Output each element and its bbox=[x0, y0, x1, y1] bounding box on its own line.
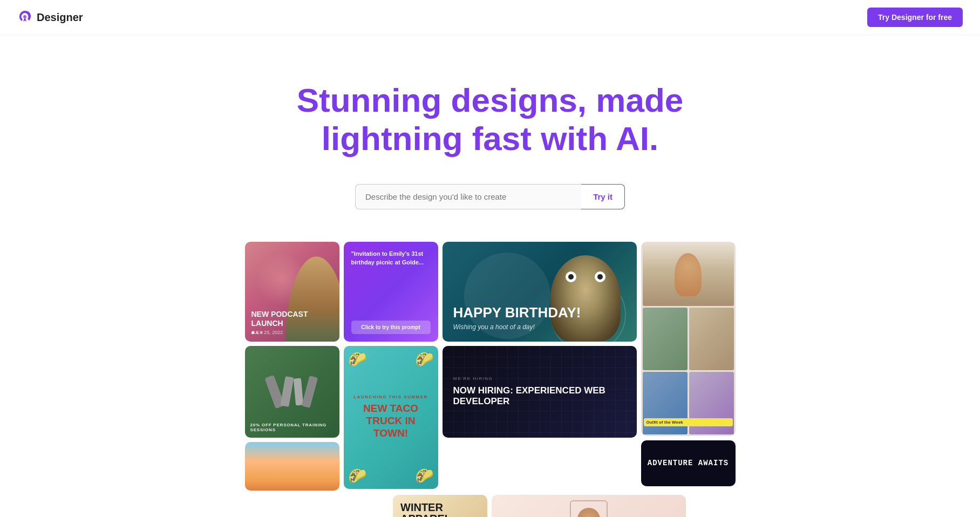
tile-invitation[interactable]: "Invitation to Emily's 31st birthday pic… bbox=[344, 242, 438, 342]
spacer-col1 bbox=[294, 495, 389, 517]
logo-area: Designer bbox=[17, 10, 83, 25]
taco-emoji-3: 🌮 bbox=[348, 467, 367, 485]
header-cta-button[interactable]: Try Designer for free bbox=[867, 8, 963, 27]
baby-frame bbox=[570, 500, 608, 517]
invitation-text: "Invitation to Emily's 31st birthday pic… bbox=[351, 249, 431, 267]
gallery-section: NEW PODCAST LAUNCH JULY 25, 2022 bbox=[0, 242, 980, 517]
tile-taco[interactable]: 🌮 🌮 🌮 🌮 LAUNCHING THIS SUMMER NEW TACO T… bbox=[344, 346, 438, 489]
search-button[interactable]: Try it bbox=[581, 184, 625, 209]
taco-emoji-4: 🌮 bbox=[415, 467, 434, 485]
collage-img-mid-right bbox=[689, 308, 734, 370]
header: Designer Try Designer for free bbox=[0, 0, 980, 35]
tile-winter[interactable]: WINTERAPPARELSALE bbox=[393, 495, 487, 517]
tile-hiring[interactable]: WE'RE HIRING NOW HIRING: EXPERIENCED WEB… bbox=[443, 346, 637, 438]
tools-text: 20% OFF PERSONAL TRAINING SESSIONS bbox=[250, 423, 334, 432]
tile-adventure[interactable]: ADVENTURE AWAITS bbox=[641, 440, 736, 486]
collage-label: Outfit of the Week bbox=[644, 418, 733, 426]
taco-title: NEW TACO TRUCK IN TOWN! bbox=[351, 403, 431, 439]
baby-head bbox=[577, 508, 600, 517]
taco-emoji-1: 🌮 bbox=[348, 350, 367, 368]
birthday-subtitle: Wishing you a hoot of a day! bbox=[453, 323, 626, 331]
logo-icon bbox=[17, 10, 32, 25]
search-container: Try it bbox=[355, 184, 625, 209]
podcast-date: JULY 25, 2022 bbox=[251, 330, 333, 335]
hero-title: Stunning designs, made lightning fast wi… bbox=[258, 54, 722, 158]
collage-img-mid-left bbox=[643, 308, 688, 370]
tile-baby[interactable] bbox=[492, 495, 686, 517]
collage-img-top bbox=[643, 243, 734, 306]
invitation-cta[interactable]: Click to try this prompt bbox=[351, 321, 431, 334]
tile-sky[interactable] bbox=[245, 442, 339, 491]
winter-text: WINTERAPPARELSALE bbox=[400, 502, 480, 517]
birthday-title: HAPPY BIRTHDAY! bbox=[453, 305, 626, 321]
podcast-dots bbox=[251, 331, 263, 334]
search-input[interactable] bbox=[355, 184, 581, 209]
gallery-col-3: HAPPY BIRTHDAY! Wishing you a hoot of a … bbox=[443, 242, 637, 491]
gallery-col-1: NEW PODCAST LAUNCH JULY 25, 2022 bbox=[245, 242, 339, 491]
hiring-label: WE'RE HIRING bbox=[453, 376, 626, 381]
gallery-grid: NEW PODCAST LAUNCH JULY 25, 2022 bbox=[0, 242, 980, 491]
logo-text: Designer bbox=[37, 11, 83, 24]
tile-podcast[interactable]: NEW PODCAST LAUNCH JULY 25, 2022 bbox=[245, 242, 339, 342]
podcast-title: NEW PODCAST LAUNCH bbox=[251, 310, 333, 327]
adventure-text: ADVENTURE AWAITS bbox=[648, 459, 729, 468]
tile-collage[interactable]: Outfit of the Week bbox=[641, 242, 736, 436]
tile-birthday[interactable]: HAPPY BIRTHDAY! Wishing you a hoot of a … bbox=[443, 242, 637, 342]
gallery-col-4: Outfit of the Week ADVENTURE AWAITS bbox=[641, 242, 736, 491]
tile-tools[interactable]: 20% OFF PERSONAL TRAINING SESSIONS bbox=[245, 346, 339, 438]
hiring-title: NOW HIRING: EXPERIENCED WEB DEVELOPER bbox=[453, 385, 626, 407]
taco-label: LAUNCHING THIS SUMMER bbox=[353, 394, 428, 399]
gallery-row-2: WINTERAPPARELSALE bbox=[0, 495, 980, 517]
taco-emoji-2: 🌮 bbox=[415, 350, 434, 368]
gallery-col-2: "Invitation to Emily's 31st birthday pic… bbox=[344, 242, 438, 491]
